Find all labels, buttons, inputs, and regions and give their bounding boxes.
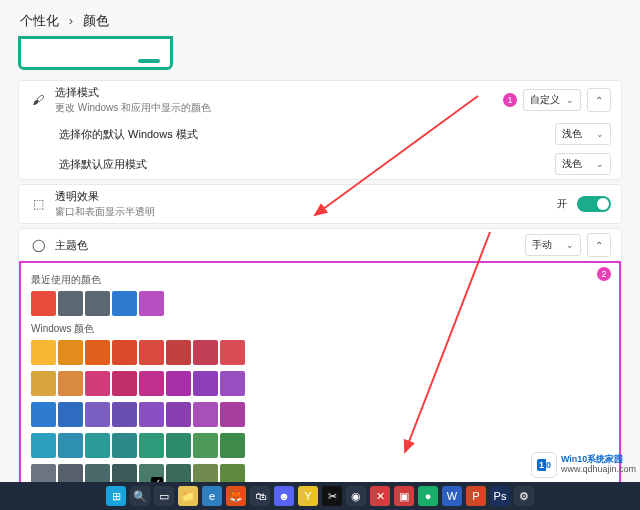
taskbar-photoshop[interactable]: Ps — [490, 486, 510, 506]
transparency-state: 开 — [557, 197, 567, 211]
color-swatch[interactable] — [220, 433, 245, 458]
recent-swatch[interactable] — [31, 291, 56, 316]
color-swatch[interactable] — [139, 433, 164, 458]
recent-swatch[interactable] — [112, 291, 137, 316]
app-mode-value: 浅色 — [562, 157, 582, 171]
crumb-parent[interactable]: 个性化 — [20, 13, 59, 28]
color-swatch[interactable] — [58, 402, 83, 427]
taskbar-app-red-x[interactable]: ✕ — [370, 486, 390, 506]
choose-mode-title: 选择模式 — [55, 85, 495, 100]
taskbar-explorer[interactable]: 📁 — [178, 486, 198, 506]
color-swatch[interactable] — [112, 433, 137, 458]
taskbar-store[interactable]: 🛍 — [250, 486, 270, 506]
color-swatch[interactable] — [193, 340, 218, 365]
taskbar-taskview[interactable]: ▭ — [154, 486, 174, 506]
color-swatch[interactable] — [220, 371, 245, 396]
color-swatch[interactable] — [193, 371, 218, 396]
color-swatch[interactable] — [58, 340, 83, 365]
taskbar-app-red[interactable]: ▣ — [394, 486, 414, 506]
accent-title: 主题色 — [55, 238, 517, 253]
accent-row[interactable]: ◯ 主题色 手动 ⌄ ⌃ — [19, 229, 621, 261]
color-swatch[interactable] — [31, 433, 56, 458]
color-swatch[interactable] — [220, 402, 245, 427]
color-swatch[interactable] — [166, 402, 191, 427]
color-swatch[interactable] — [166, 340, 191, 365]
color-swatch[interactable] — [85, 402, 110, 427]
taskbar-firefox[interactable]: 🦊 — [226, 486, 246, 506]
color-swatch[interactable] — [85, 433, 110, 458]
mode-select-value: 自定义 — [530, 93, 560, 107]
color-swatch[interactable] — [193, 402, 218, 427]
color-swatch[interactable] — [85, 340, 110, 365]
color-swatch[interactable] — [31, 371, 56, 396]
windows-mode-select[interactable]: 浅色 ⌄ — [555, 123, 611, 145]
crumb-sep: › — [69, 13, 73, 28]
taskbar-capcut[interactable]: ✂ — [322, 486, 342, 506]
windows-mode-row: 选择你的默认 Windows 模式 浅色 ⌄ — [19, 119, 621, 149]
choose-mode-subtitle: 更改 Windows 和应用中显示的颜色 — [55, 101, 495, 115]
transparency-subtitle: 窗口和表面显示半透明 — [55, 205, 549, 219]
app-mode-label: 选择默认应用模式 — [59, 157, 547, 172]
windows-mode-label: 选择你的默认 Windows 模式 — [59, 127, 547, 142]
color-swatch[interactable] — [112, 340, 137, 365]
color-swatch[interactable] — [58, 433, 83, 458]
recent-colors-row — [31, 291, 609, 316]
windows-colors-label: Windows 颜色 — [31, 322, 609, 336]
watermark-logo: 10 — [531, 452, 557, 478]
chevron-down-icon: ⌄ — [566, 95, 574, 105]
transparency-icon: ⬚ — [29, 197, 47, 211]
crumb-current: 颜色 — [83, 13, 109, 28]
taskbar-app-y[interactable]: Y — [298, 486, 318, 506]
recent-swatch[interactable] — [85, 291, 110, 316]
color-swatch[interactable] — [220, 340, 245, 365]
color-swatch[interactable] — [85, 371, 110, 396]
recent-swatch[interactable] — [139, 291, 164, 316]
taskbar-start[interactable]: ⊞ — [106, 486, 126, 506]
transparency-toggle[interactable] — [577, 196, 611, 212]
breadcrumb: 个性化 › 颜色 — [18, 12, 622, 30]
app-mode-row: 选择默认应用模式 浅色 ⌄ — [19, 149, 621, 179]
chevron-down-icon: ⌄ — [596, 159, 604, 169]
color-swatch[interactable] — [166, 371, 191, 396]
taskbar-app-green[interactable]: ● — [418, 486, 438, 506]
recent-swatch[interactable] — [58, 291, 83, 316]
color-swatch[interactable] — [112, 402, 137, 427]
color-swatch[interactable] — [31, 340, 56, 365]
color-swatch[interactable] — [31, 402, 56, 427]
taskbar: ⊞🔍▭📁e🦊🛍☻Y✂◉✕▣●WPPs⚙ — [0, 482, 640, 510]
watermark-url: www.qdhuajin.com — [561, 465, 636, 475]
transparency-card: ⬚ 透明效果 窗口和表面显示半透明 开 — [18, 184, 622, 224]
annotation-badge-2: 2 — [597, 267, 611, 281]
color-swatch[interactable] — [139, 371, 164, 396]
mode-select[interactable]: 自定义 ⌄ — [523, 89, 581, 111]
mode-expand[interactable]: ⌃ — [587, 88, 611, 112]
taskbar-powerpoint[interactable]: P — [466, 486, 486, 506]
windows-mode-value: 浅色 — [562, 127, 582, 141]
chevron-down-icon: ⌄ — [596, 129, 604, 139]
color-swatch[interactable] — [112, 371, 137, 396]
app-mode-select[interactable]: 浅色 ⌄ — [555, 153, 611, 175]
watermark: 10 Win10系统家园 www.qdhuajin.com — [531, 452, 636, 478]
taskbar-edge[interactable]: e — [202, 486, 222, 506]
color-swatch[interactable] — [193, 433, 218, 458]
brush-icon: 🖌 — [29, 93, 47, 107]
recent-colors-label: 最近使用的颜色 — [31, 273, 609, 287]
accent-expand[interactable]: ⌃ — [587, 233, 611, 257]
annotation-badge-1: 1 — [503, 93, 517, 107]
chevron-down-icon: ⌄ — [566, 240, 574, 250]
color-swatch[interactable] — [58, 371, 83, 396]
choose-mode-card: 🖌 选择模式 更改 Windows 和应用中显示的颜色 1 自定义 ⌄ ⌃ 选择… — [18, 80, 622, 180]
taskbar-discord[interactable]: ☻ — [274, 486, 294, 506]
color-swatch[interactable] — [139, 402, 164, 427]
taskbar-search[interactable]: 🔍 — [130, 486, 150, 506]
choose-mode-row[interactable]: 🖌 选择模式 更改 Windows 和应用中显示的颜色 1 自定义 ⌄ ⌃ — [19, 81, 621, 119]
taskbar-word[interactable]: W — [442, 486, 462, 506]
transparency-title: 透明效果 — [55, 189, 549, 204]
taskbar-settings[interactable]: ⚙ — [514, 486, 534, 506]
accent-icon: ◯ — [29, 238, 47, 252]
accent-select[interactable]: 手动 ⌄ — [525, 234, 581, 256]
taskbar-steam[interactable]: ◉ — [346, 486, 366, 506]
transparency-row[interactable]: ⬚ 透明效果 窗口和表面显示半透明 开 — [19, 185, 621, 223]
color-swatch[interactable] — [166, 433, 191, 458]
color-swatch[interactable] — [139, 340, 164, 365]
